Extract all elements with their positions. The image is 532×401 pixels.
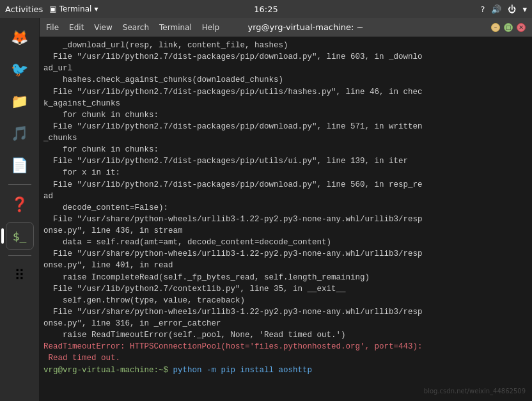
term-line: for chunk in chunks:: [43, 109, 528, 121]
activities-button[interactable]: Activities: [5, 4, 43, 14]
dock-separator-2: [8, 255, 31, 256]
menu-search[interactable]: Search: [123, 23, 149, 32]
dock-apps-grid[interactable]: ⠿: [6, 261, 34, 289]
terminal-indicator: ▣ Terminal ▾: [49, 4, 98, 13]
term-line: data = self.read(amt=amt, decode_content…: [43, 237, 528, 248]
window-close[interactable]: ✕: [517, 23, 526, 32]
term-line: File "/usr/lib/python2.7/contextlib.py",…: [43, 283, 528, 295]
term-line: for chunk in chunks:: [43, 144, 528, 155]
menu-edit[interactable]: Edit: [69, 23, 84, 32]
tray-dropdown-icon[interactable]: ▾: [522, 4, 527, 14]
term-line: File "/usr/lib/python2.7/dist-packages/p…: [43, 51, 528, 74]
menu-help[interactable]: Help: [202, 23, 219, 32]
term-line: hashes.check_against_chunks(downloaded_c…: [43, 74, 528, 86]
term-line: raise ReadTimeoutError(self._pool, None,…: [43, 329, 528, 341]
terminal-label: Terminal: [59, 4, 92, 13]
menu-file[interactable]: File: [46, 23, 59, 32]
term-line: self.gen.throw(type, value, traceback): [43, 295, 528, 306]
main-window-wrapper: 🦊 🐦 📁 🎵 📄 ❓ $_ ⠿ File Edit View Search T…: [0, 18, 532, 401]
term-prompt-line: vrg@vrg-virtual-machine:~$ python -m pip…: [43, 365, 528, 376]
prompt-command: python -m pip install aoshttp: [168, 365, 312, 376]
application-dock: 🦊 🐦 📁 🎵 📄 ❓ $_ ⠿: [0, 18, 40, 401]
dock-thunderbird[interactable]: 🐦: [6, 55, 34, 83]
term-line: decode_content=False):: [43, 202, 528, 214]
dock-rhythmbox[interactable]: 🎵: [6, 119, 34, 147]
window-controls: – □ ✕: [491, 23, 526, 32]
system-clock: 16:25: [254, 4, 278, 14]
term-line: raise IncompleteRead(self._fp_bytes_read…: [43, 272, 528, 283]
power-icon[interactable]: ⏻: [508, 4, 516, 14]
system-tray: ? 🔊 ⏻ ▾: [481, 4, 527, 14]
term-line: File "/usr/share/python-wheels/urllib3-1…: [43, 306, 528, 329]
dock-files[interactable]: 📁: [6, 87, 34, 115]
system-bar: Activities ▣ Terminal ▾ 16:25 ? 🔊 ⏻ ▾: [0, 0, 532, 18]
dock-separator: [8, 184, 31, 185]
help-tray-icon[interactable]: ?: [481, 4, 485, 14]
terminal-output[interactable]: _download_url(resp, link, content_file, …: [40, 37, 532, 401]
prompt-host: vrg@vrg-virtual-machine:~$: [43, 365, 168, 376]
terminal-menu-bar: File Edit View Search Terminal Help: [46, 23, 219, 32]
dock-libreoffice[interactable]: 📄: [6, 151, 34, 179]
dock-help[interactable]: ❓: [6, 190, 34, 218]
term-line: File "/usr/lib/python2.7/dist-packages/p…: [43, 121, 528, 144]
term-line: File "/usr/lib/python2.7/dist-packages/p…: [43, 179, 528, 202]
term-line-error: ReadTimeoutError: HTTPSConnectionPool(ho…: [43, 341, 528, 364]
dock-terminal[interactable]: $_: [6, 222, 34, 250]
menu-terminal[interactable]: Terminal: [159, 23, 192, 32]
terminal-titlebar: File Edit View Search Terminal Help yrg@…: [40, 18, 532, 37]
term-line: File "/usr/share/python-wheels/urllib3-1…: [43, 248, 528, 271]
dock-firefox[interactable]: 🦊: [6, 23, 34, 51]
system-bar-left: Activities ▣ Terminal ▾: [5, 4, 98, 14]
terminal-title: yrg@yrg-virtual-machine: ~: [248, 22, 364, 32]
term-line: File "/usr/lib/python2.7/dist-packages/p…: [43, 86, 528, 109]
term-line: File "/usr/lib/python2.7/dist-packages/p…: [43, 155, 528, 178]
terminal-window-icon: ▣: [49, 4, 56, 13]
terminal-window: File Edit View Search Terminal Help yrg@…: [40, 18, 532, 401]
terminal-dropdown-arrow[interactable]: ▾: [94, 4, 98, 13]
window-minimize[interactable]: –: [491, 23, 500, 32]
term-line: _download_url(resp, link, content_file, …: [43, 40, 528, 51]
menu-view[interactable]: View: [94, 23, 112, 32]
volume-icon[interactable]: 🔊: [491, 4, 501, 14]
window-maximize[interactable]: □: [504, 23, 513, 32]
term-line: File "/usr/share/python-wheels/urllib3-1…: [43, 214, 528, 237]
